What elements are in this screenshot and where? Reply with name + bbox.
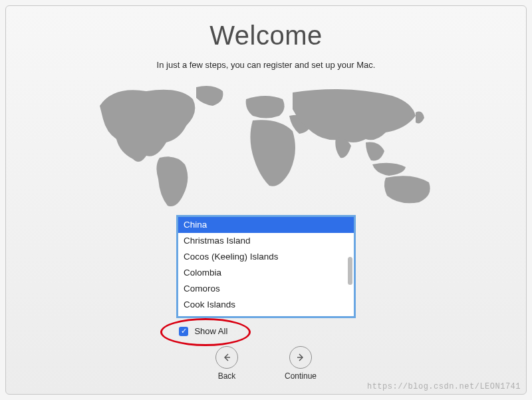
world-map — [6, 79, 526, 212]
country-item[interactable]: China — [178, 217, 354, 233]
nav-buttons: Back Continue — [6, 346, 526, 381]
scrollbar-thumb[interactable] — [348, 257, 352, 285]
country-item[interactable]: Colombia — [178, 265, 354, 281]
country-item[interactable]: Christmas Island — [178, 233, 354, 249]
watermark-text: https://blog.csdn.net/LEON1741 — [367, 382, 521, 391]
country-item[interactable]: Comoros — [178, 281, 354, 297]
world-map-icon — [80, 79, 452, 212]
country-list[interactable]: ChinaChristmas IslandCocos (Keeling) Isl… — [176, 215, 356, 318]
page-title: Welcome — [6, 21, 526, 51]
country-item[interactable]: Costa Rica — [178, 313, 354, 318]
show-all-row: ✓ Show All — [176, 325, 356, 337]
back-label: Back — [215, 371, 238, 381]
page-subtitle: In just a few steps, you can register an… — [6, 60, 526, 70]
country-item[interactable]: Cook Islands — [178, 297, 354, 313]
arrow-right-icon — [295, 352, 306, 363]
continue-button[interactable] — [289, 346, 312, 369]
country-item[interactable]: Cocos (Keeling) Islands — [178, 249, 354, 265]
setup-assistant-window: Welcome In just a few steps, you can reg… — [5, 5, 527, 395]
continue-label: Continue — [285, 371, 317, 381]
show-all-checkbox[interactable]: ✓ — [179, 327, 188, 336]
show-all-label: Show All — [194, 326, 227, 336]
back-button[interactable] — [215, 346, 238, 369]
arrow-left-icon — [221, 352, 232, 363]
